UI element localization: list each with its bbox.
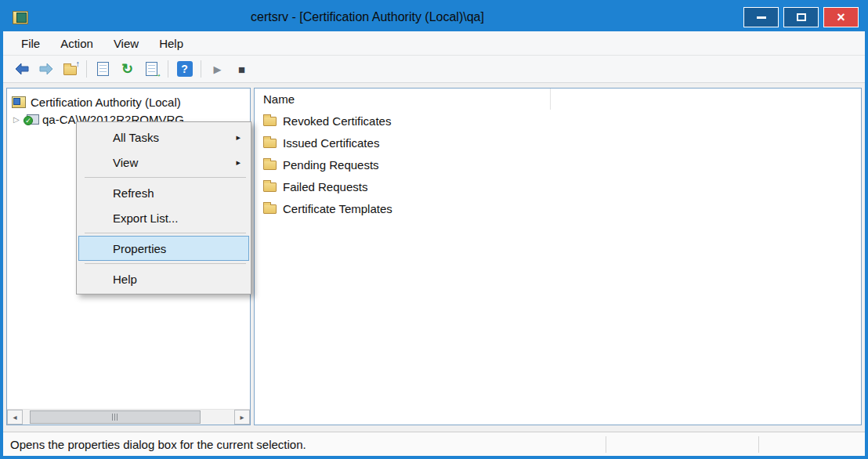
maximize-icon [797,13,806,21]
folder-icon [263,139,277,148]
maximize-button[interactable] [783,7,819,27]
context-menu-item-view[interactable]: View ▸ [78,150,249,175]
toolbar-separator [86,60,87,78]
status-text: Opens the properties dialog box for the … [3,438,606,451]
toolbar: ↑ ↻ → ? ▶ ■ [3,56,865,83]
context-menu-item-label: Refresh [113,186,154,200]
expand-arrow-icon[interactable]: ▷ [13,115,24,124]
titlebar: certsrv - [Certification Authority (Loca… [3,3,865,31]
ca-server-icon: ✓ [27,114,39,125]
list-item-issued-certificates[interactable]: Issued Certificates [255,132,861,154]
folder-icon [263,117,277,126]
close-button[interactable]: × [823,7,859,27]
context-menu-item-all-tasks[interactable]: All Tasks ▸ [78,125,249,150]
green-check-icon: ✓ [24,116,33,125]
menubar: File Action View Help [3,31,865,56]
context-menu-separator [85,233,246,233]
tree-item-certification-authority[interactable]: Certification Authority (Local) [7,93,250,110]
list-item-certificate-templates[interactable]: Certificate Templates [255,197,861,219]
start-service-button[interactable]: ▶ [207,59,228,80]
context-menu-item-properties[interactable]: Properties [78,236,249,261]
certification-authority-icon [12,96,26,108]
stop-service-button[interactable]: ■ [231,59,252,80]
submenu-arrow-icon: ▸ [236,132,241,143]
column-header-name[interactable]: Name [255,89,551,110]
submenu-arrow-icon: ▸ [236,157,241,168]
show-hide-console-tree-icon [97,62,109,76]
list-header: Name [255,89,861,110]
list-item-revoked-certificates[interactable]: Revoked Certificates [255,110,861,132]
context-menu-item-label: Export List... [113,211,178,225]
up-arrow-icon: ↑ [76,59,81,68]
scrollbar-grip [112,414,118,421]
context-menu-item-label: All Tasks [113,131,159,144]
folder-icon [263,161,277,170]
list-item-label: Failed Requests [283,180,367,193]
list-item-label: Issued Certificates [283,136,379,150]
list-item-label: Certificate Templates [283,202,392,215]
back-icon [15,63,29,75]
list-item-label: Pending Requests [283,158,379,172]
context-menu-item-label: View [113,156,138,169]
show-hide-console-tree-button[interactable] [92,59,114,80]
export-arrow-icon: → [153,68,162,79]
folder-icon [263,183,277,192]
refresh-button[interactable]: ↻ [117,59,138,80]
window-title: certsrv - [Certification Authority (Loca… [3,10,732,24]
tree-item-label: Certification Authority (Local) [31,96,181,109]
scrollbar-thumb[interactable] [30,410,201,424]
menu-file[interactable]: File [11,34,50,53]
context-menu-item-refresh[interactable]: Refresh [78,180,249,205]
refresh-icon: ↻ [121,60,133,78]
context-menu-item-export-list[interactable]: Export List... [78,205,249,230]
help-icon: ? [177,61,193,77]
statusbar: Opens the properties dialog box for the … [3,432,865,456]
help-button[interactable]: ? [174,59,195,80]
context-menu: All Tasks ▸ View ▸ Refresh Export List..… [76,121,251,295]
toolbar-separator [168,60,168,78]
scrollbar-track[interactable] [23,410,234,425]
menu-action[interactable]: Action [50,34,103,53]
stop-service-icon: ■ [238,63,245,76]
up-one-level-icon [63,66,77,75]
export-list-button[interactable]: → [141,59,162,80]
list-item-failed-requests[interactable]: Failed Requests [255,175,861,197]
context-menu-item-help[interactable]: Help [78,266,249,291]
start-service-icon: ▶ [214,63,222,75]
scroll-right-button[interactable]: ▸ [234,410,250,425]
statusbar-cell [758,436,865,453]
folder-icon [263,204,277,214]
horizontal-scrollbar[interactable]: ◂ ▸ [7,409,250,425]
close-icon: × [837,10,845,24]
menu-view[interactable]: View [103,34,149,53]
context-menu-item-label: Help [113,273,137,286]
toolbar-separator [201,60,201,78]
results-pane: Name Revoked Certificates Issued Certifi… [254,88,862,425]
statusbar-cell [606,436,758,453]
context-menu-item-label: Properties [113,242,166,255]
minimize-button[interactable] [743,7,779,27]
caption-buttons: × [743,7,859,27]
certsrv-window: certsrv - [Certification Authority (Loca… [0,0,868,459]
forward-icon [39,63,53,75]
up-one-level-button[interactable]: ↑ [60,59,81,80]
menu-help[interactable]: Help [149,34,193,53]
forward-button[interactable] [35,59,56,80]
context-menu-separator [85,263,246,264]
list-item-label: Revoked Certificates [283,114,391,128]
scroll-left-button[interactable]: ◂ [7,410,23,425]
list-item-pending-requests[interactable]: Pending Requests [255,154,861,175]
context-menu-separator [85,177,246,178]
minimize-icon [757,16,766,19]
back-button[interactable] [11,59,32,80]
